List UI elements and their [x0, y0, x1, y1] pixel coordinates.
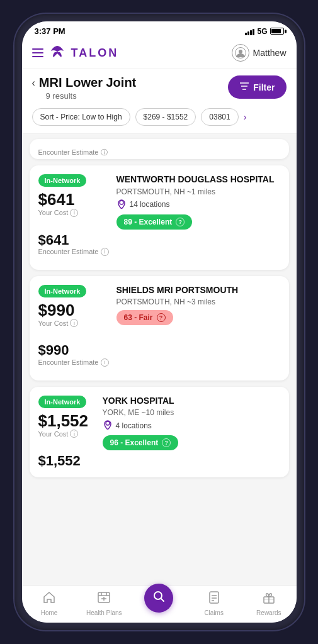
network-badge-2: In-Network	[38, 396, 87, 408]
your-cost-amount-0: $641	[38, 191, 75, 209]
encounter-label-0: Encounter Estimate i	[38, 248, 109, 256]
svg-point-6	[106, 421, 110, 425]
location-pin-icon-0	[116, 199, 127, 211]
network-badge-1: In-Network	[38, 285, 87, 297]
rating-info-icon-1[interactable]: ?	[157, 313, 166, 322]
results-count: 9 results	[46, 91, 137, 101]
user-info[interactable]: Matthew	[232, 44, 287, 62]
network-badge-0: In-Network	[38, 174, 87, 187]
filter-button[interactable]: Filter	[228, 75, 286, 99]
claims-icon	[207, 591, 221, 608]
nav-home[interactable]: Home	[30, 591, 68, 616]
your-cost-label-1: Your Cost i	[38, 319, 79, 327]
result-card-0[interactable]: In-Network $641 Your Cost i $641 Encount…	[30, 165, 289, 270]
filter-chips: Sort - Price: Low to High $269 - $1552 0…	[22, 103, 297, 134]
facility-name-0: WENTWORTH DOUGLASS HOSPITAL	[116, 174, 280, 186]
encounter-info-icon-1[interactable]: i	[101, 358, 109, 367]
result-card-2[interactable]: In-Network $1,552 Your Cost i $1,552 YOR…	[30, 387, 289, 478]
facility-location-0: PORTSMOUTH, NH ~1 miles	[116, 187, 280, 196]
nav-rewards[interactable]: Rewards	[250, 591, 288, 616]
facility-locations-text-0: 14 locations	[130, 200, 170, 209]
user-avatar-icon	[232, 44, 249, 62]
encounter-info-icon-0[interactable]: i	[101, 248, 109, 256]
svg-line-14	[161, 599, 164, 602]
your-cost-label-2: Your Cost i	[38, 430, 79, 438]
result-card-1[interactable]: In-Network $990 Your Cost i $990 Encount…	[30, 276, 289, 380]
nav-claims[interactable]: Claims	[195, 591, 233, 616]
header-left: TALON	[32, 43, 119, 62]
facility-locations-row-0: 14 locations	[116, 199, 280, 211]
location-pin-icon-2	[103, 419, 113, 431]
facility-name-1: SHIELDS MRI PORTSMOUTH	[116, 285, 280, 296]
phone-frame: 3:37 PM 5G	[14, 14, 304, 630]
encounter-amount-2: $1,552	[38, 453, 81, 469]
facility-location-1: PORTSMOUTH, NH ~3 miles	[116, 297, 280, 306]
your-cost-info-icon-1[interactable]: i	[70, 319, 78, 327]
app-header: TALON Matthew	[22, 38, 297, 69]
svg-point-1	[239, 50, 242, 53]
encounter-amount-0: $641	[38, 233, 69, 248]
your-cost-amount-1: $990	[38, 301, 75, 319]
logo-text: TALON	[71, 47, 119, 60]
bottom-nav: Home Health Plans	[22, 585, 297, 623]
rating-badge-0: 89 - Excellent ?	[116, 214, 193, 230]
rating-info-icon-2[interactable]: ?	[162, 438, 171, 447]
nav-rewards-label: Rewards	[256, 609, 281, 616]
encounter-amount-1: $990	[38, 343, 69, 358]
nav-health-plans-label: Health Plans	[86, 609, 122, 616]
user-name: Matthew	[253, 48, 287, 58]
health-plans-icon	[97, 591, 111, 608]
search-icon	[152, 589, 166, 606]
status-icons: 5G	[245, 27, 283, 36]
search-nav-circle[interactable]	[144, 584, 173, 613]
nav-claims-label: Claims	[204, 609, 224, 616]
results-scroll[interactable]: Encounter Estimate ⓘ In-Network $641 You…	[22, 134, 297, 585]
battery-icon	[270, 28, 284, 35]
breadcrumb-left: ‹ MRI Lower Joint 9 results	[32, 75, 137, 101]
hamburger-menu[interactable]	[32, 48, 43, 57]
your-cost-label-0: Your Cost i	[38, 209, 79, 217]
breadcrumb-bar: ‹ MRI Lower Joint 9 results Filter	[22, 69, 297, 103]
svg-point-5	[120, 201, 123, 204]
filter-icon	[239, 82, 249, 92]
svg-rect-15	[210, 592, 219, 603]
price-chip[interactable]: $269 - $1552	[135, 108, 196, 126]
chips-next-arrow[interactable]: ›	[244, 112, 247, 122]
signal-bars-icon	[245, 28, 254, 35]
network-label: 5G	[257, 27, 267, 36]
back-button[interactable]: ‹	[32, 77, 35, 89]
your-cost-info-icon-2[interactable]: i	[70, 430, 78, 438]
home-icon	[42, 591, 56, 608]
facility-location-2: YORK, ME ~10 miles	[103, 408, 280, 417]
facility-locations-row-2: 4 locations	[103, 419, 280, 431]
phone-screen: 3:37 PM 5G	[22, 21, 297, 623]
nav-health-plans[interactable]: Health Plans	[85, 591, 123, 616]
your-cost-info-icon-0[interactable]: i	[70, 209, 78, 217]
rewards-icon	[262, 591, 276, 608]
rating-badge-2: 96 - Excellent ?	[103, 435, 179, 450]
status-bar: 3:37 PM 5G	[22, 21, 297, 38]
partial-top-card: Encounter Estimate ⓘ	[30, 139, 289, 159]
encounter-label-1: Encounter Estimate i	[38, 358, 109, 367]
page-title: MRI Lower Joint	[39, 75, 136, 90]
your-cost-amount-2: $1,552	[38, 412, 89, 430]
back-row: ‹ MRI Lower Joint	[32, 75, 137, 90]
facility-name-2: YORK HOSPITAL	[103, 396, 280, 407]
sort-chip[interactable]: Sort - Price: Low to High	[32, 108, 130, 126]
facility-locations-text-2: 4 locations	[116, 421, 152, 430]
zip-chip[interactable]: 03801	[201, 108, 238, 126]
filter-label: Filter	[253, 82, 275, 92]
status-time: 3:37 PM	[35, 26, 65, 36]
logo-bird-icon	[48, 43, 66, 62]
rating-badge-1: 63 - Fair ?	[116, 310, 173, 325]
nav-search[interactable]	[140, 595, 178, 613]
rating-info-icon-0[interactable]: ?	[176, 218, 185, 226]
nav-home-label: Home	[41, 609, 58, 616]
partial-encounter-label: Encounter Estimate ⓘ	[38, 148, 280, 159]
